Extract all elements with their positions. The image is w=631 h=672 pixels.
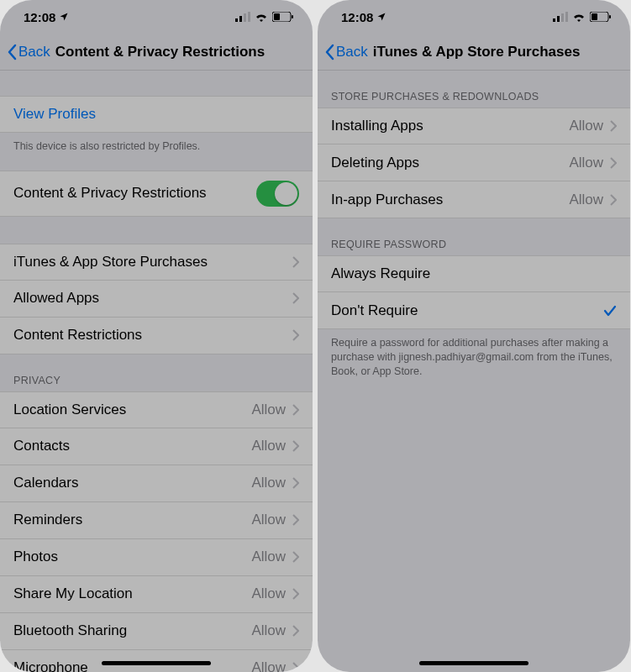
content-privacy-toggle-cell[interactable]: Content & Privacy Restrictions [0,171,313,217]
chevron-right-icon [292,292,299,304]
store-header: STORE PURCHASES & REDOWNLOADS [318,71,630,108]
chevron-right-icon [292,329,299,341]
deleting-apps-cell[interactable]: Deleting Apps Allow [318,144,630,181]
password-note: Require a password for additional purcha… [318,329,630,384]
back-label: Back [18,44,50,60]
signal-icon [235,12,250,22]
svg-rect-2 [244,13,246,22]
battery-icon [590,12,612,22]
status-bar: 12:08 [0,0,313,34]
wifi-icon [255,12,268,22]
location-icon [376,12,386,22]
privacy-label: Location Services [13,402,126,418]
view-profiles-cell[interactable]: View Profiles [0,96,313,133]
checkmark-icon [603,305,617,317]
svg-rect-13 [609,15,611,18]
svg-rect-10 [565,12,568,22]
nav-title: iTunes & App Store Purchases [373,44,581,60]
privacy-value: Allow [251,659,286,672]
privacy-header: PRIVACY [0,354,313,391]
privacy-cell-sharelocation[interactable]: Share My Location Allow [0,576,313,613]
chevron-right-icon [292,256,299,268]
nav-title: Content & Privacy Restrictions [55,44,265,60]
svg-rect-9 [561,13,564,22]
privacy-cell-photos[interactable]: Photos Allow [0,539,313,576]
profiles-note: This device is also restricted by Profil… [0,133,313,159]
privacy-label: Reminders [13,512,82,528]
svg-rect-3 [248,12,250,22]
chevron-right-icon [292,477,299,489]
chevron-right-icon [292,551,299,563]
inapp-purchases-cell[interactable]: In-app Purchases Allow [318,181,630,218]
always-require-label: Always Require [331,265,430,282]
installing-apps-cell[interactable]: Installing Apps Allow [318,108,630,144]
svg-rect-1 [239,16,242,22]
itunes-appstore-cell[interactable]: iTunes & App Store Purchases [0,244,313,281]
privacy-value: Allow [251,512,286,528]
privacy-label: Bluetooth Sharing [13,622,127,639]
chevron-right-icon [292,514,299,526]
store-value: Allow [569,118,603,134]
dont-require-cell[interactable]: Don't Require [318,292,630,329]
privacy-cell-calendars[interactable]: Calendars Allow [0,465,313,502]
privacy-label: Contacts [13,438,70,454]
privacy-value: Allow [251,438,286,454]
chevron-right-icon [610,157,617,169]
signal-icon [553,12,568,22]
status-bar: 12:08 [318,0,630,34]
nav-bar: Back iTunes & App Store Purchases [318,34,630,71]
screen-content-privacy: 12:08 Back Content & Privacy Restriction… [0,0,313,672]
status-time: 12:08 [24,10,55,24]
privacy-value: Allow [251,475,286,491]
nav-bar: Back Content & Privacy Restrictions [0,34,313,71]
store-label: Installing Apps [331,118,423,134]
always-require-cell[interactable]: Always Require [318,255,630,292]
privacy-label: Share My Location [13,585,133,602]
chevron-left-icon [324,44,334,60]
toggle-switch[interactable] [256,181,299,207]
store-value: Allow [569,192,603,208]
allowed-apps-label: Allowed Apps [13,290,99,307]
itunes-appstore-label: iTunes & App Store Purchases [13,254,208,270]
privacy-label: Microphone [13,659,88,672]
store-label: In-app Purchases [331,192,443,208]
chevron-right-icon [610,194,617,206]
privacy-value: Allow [251,549,286,565]
privacy-cell-contacts[interactable]: Contacts Allow [0,428,313,465]
content-privacy-toggle-label: Content & Privacy Restrictions [13,185,207,202]
content-restrictions-label: Content Restrictions [13,327,142,344]
privacy-label: Photos [13,549,58,565]
chevron-right-icon [292,404,299,416]
home-indicator[interactable] [419,661,528,665]
content-restrictions-cell[interactable]: Content Restrictions [0,318,313,354]
chevron-left-icon [7,44,17,60]
view-profiles-label: View Profiles [13,106,96,123]
location-icon [59,12,69,22]
allowed-apps-cell[interactable]: Allowed Apps [0,281,313,318]
back-button[interactable]: Back [7,44,50,60]
privacy-cell-location[interactable]: Location Services Allow [0,391,313,428]
chevron-right-icon [292,625,299,637]
svg-rect-0 [235,18,238,22]
privacy-value: Allow [251,585,286,602]
status-time: 12:08 [341,10,373,24]
chevron-right-icon [292,588,299,600]
privacy-cell-reminders[interactable]: Reminders Allow [0,502,313,539]
back-button[interactable]: Back [324,44,368,60]
svg-rect-12 [592,13,597,20]
chevron-right-icon [292,662,299,672]
svg-rect-8 [557,16,560,22]
store-value: Allow [569,155,603,171]
svg-rect-5 [274,13,280,20]
screen-itunes-appstore: 12:08 Back iTunes & App Store Purchases … [318,0,630,672]
dont-require-label: Don't Require [331,302,418,319]
privacy-cell-bluetooth[interactable]: Bluetooth Sharing Allow [0,613,313,650]
store-label: Deleting Apps [331,155,419,171]
wifi-icon [572,12,586,22]
home-indicator[interactable] [102,661,211,665]
battery-icon [272,12,294,22]
chevron-right-icon [292,440,299,452]
password-header: REQUIRE PASSWORD [318,218,630,255]
svg-rect-6 [292,15,293,18]
back-label: Back [336,44,368,60]
